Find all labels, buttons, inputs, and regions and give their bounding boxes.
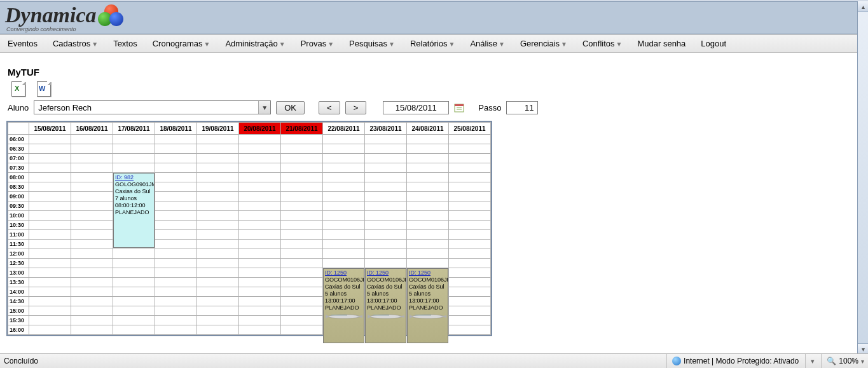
menu-item-logout[interactable]: Logout	[697, 37, 730, 50]
menu-item-administração[interactable]: Administração▼	[221, 37, 289, 50]
schedule-cell[interactable]	[29, 144, 71, 154]
schedule-cell[interactable]	[155, 201, 197, 211]
schedule-cell[interactable]	[197, 163, 239, 173]
schedule-cell[interactable]	[407, 173, 449, 182]
schedule-cell[interactable]	[155, 182, 197, 192]
schedule-cell[interactable]: ID: 982GOLOG0901JMSCaxias do Sul7 alunos…	[113, 173, 155, 182]
schedule-cell[interactable]	[449, 249, 491, 259]
schedule-cell[interactable]	[197, 211, 239, 221]
schedule-cell[interactable]	[113, 135, 155, 144]
schedule-cell[interactable]	[29, 173, 71, 182]
schedule-cell[interactable]	[155, 268, 197, 278]
schedule-cell[interactable]	[239, 221, 281, 230]
schedule-cell[interactable]	[155, 278, 197, 287]
schedule-cell[interactable]	[449, 135, 491, 144]
schedule-cell[interactable]	[323, 201, 365, 211]
schedule-cell[interactable]	[239, 192, 281, 201]
schedule-cell[interactable]	[71, 297, 113, 306]
schedule-cell[interactable]	[113, 287, 155, 297]
schedule-cell[interactable]	[155, 316, 197, 325]
schedule-cell[interactable]	[29, 268, 71, 278]
schedule-cell[interactable]	[197, 192, 239, 201]
schedule-cell[interactable]	[239, 201, 281, 211]
schedule-cell[interactable]	[281, 240, 323, 249]
schedule-cell[interactable]	[407, 211, 449, 221]
aluno-select-value[interactable]	[34, 101, 258, 114]
menu-item-conflitos[interactable]: Conflitos▼	[579, 37, 626, 50]
schedule-cell[interactable]	[449, 240, 491, 249]
schedule-cell[interactable]	[155, 163, 197, 173]
schedule-event[interactable]: ID: 1250GOCOM0106JMSCaxias do Sul5 aluno…	[407, 268, 448, 343]
schedule-cell[interactable]	[197, 249, 239, 259]
schedule-cell[interactable]	[113, 154, 155, 163]
schedule-cell[interactable]	[365, 182, 407, 192]
schedule-cell[interactable]	[449, 297, 491, 306]
schedule-cell[interactable]	[323, 240, 365, 249]
schedule-cell[interactable]	[449, 325, 491, 335]
schedule-cell[interactable]	[323, 221, 365, 230]
schedule-cell[interactable]	[449, 259, 491, 268]
schedule-cell[interactable]	[281, 154, 323, 163]
schedule-cell[interactable]	[281, 221, 323, 230]
schedule-cell[interactable]	[407, 249, 449, 259]
schedule-cell[interactable]	[281, 230, 323, 240]
schedule-cell[interactable]	[449, 192, 491, 201]
schedule-cell[interactable]	[113, 163, 155, 173]
schedule-cell[interactable]	[323, 192, 365, 201]
schedule-cell[interactable]	[29, 163, 71, 173]
schedule-cell[interactable]	[365, 259, 407, 268]
schedule-cell[interactable]	[113, 325, 155, 335]
menu-item-provas[interactable]: Provas▼	[297, 37, 338, 50]
schedule-cell[interactable]	[29, 135, 71, 144]
schedule-cell[interactable]	[29, 182, 71, 192]
schedule-cell[interactable]	[281, 316, 323, 325]
schedule-cell[interactable]	[323, 144, 365, 154]
schedule-cell[interactable]	[29, 230, 71, 240]
schedule-cell[interactable]	[407, 240, 449, 249]
schedule-cell[interactable]	[155, 306, 197, 316]
schedule-cell[interactable]	[197, 306, 239, 316]
export-word-icon[interactable]	[37, 81, 51, 97]
schedule-cell[interactable]	[449, 316, 491, 325]
date-input[interactable]	[383, 101, 449, 114]
schedule-cell[interactable]	[239, 306, 281, 316]
schedule-cell[interactable]	[113, 144, 155, 154]
schedule-cell[interactable]	[29, 221, 71, 230]
schedule-cell[interactable]	[197, 135, 239, 144]
schedule-cell[interactable]	[449, 182, 491, 192]
schedule-cell[interactable]	[197, 268, 239, 278]
next-button[interactable]: >	[345, 101, 367, 114]
schedule-cell[interactable]	[407, 192, 449, 201]
schedule-event[interactable]: ID: 982GOLOG0901JMSCaxias do Sul7 alunos…	[113, 173, 155, 248]
schedule-cell[interactable]	[449, 201, 491, 211]
schedule-cell[interactable]	[323, 259, 365, 268]
schedule-cell[interactable]	[155, 259, 197, 268]
schedule-cell[interactable]	[71, 259, 113, 268]
export-excel-icon[interactable]	[11, 81, 25, 97]
schedule-cell[interactable]	[155, 249, 197, 259]
schedule-cell[interactable]	[113, 297, 155, 306]
schedule-cell[interactable]	[281, 278, 323, 287]
schedule-cell[interactable]	[407, 163, 449, 173]
schedule-cell[interactable]	[239, 259, 281, 268]
schedule-cell[interactable]	[113, 268, 155, 278]
schedule-cell[interactable]	[155, 135, 197, 144]
schedule-cell[interactable]	[281, 306, 323, 316]
event-id-link[interactable]: ID: 1250	[409, 269, 431, 276]
schedule-cell[interactable]	[281, 287, 323, 297]
schedule-cell[interactable]	[71, 182, 113, 192]
schedule-cell[interactable]	[239, 325, 281, 335]
menu-item-gerenciais[interactable]: Gerenciais▼	[516, 37, 571, 50]
schedule-cell[interactable]	[281, 144, 323, 154]
schedule-cell[interactable]	[71, 135, 113, 144]
schedule-cell[interactable]	[29, 259, 71, 268]
schedule-cell[interactable]	[239, 278, 281, 287]
schedule-cell[interactable]	[197, 316, 239, 325]
schedule-cell[interactable]	[323, 230, 365, 240]
schedule-cell[interactable]	[155, 173, 197, 182]
schedule-cell[interactable]	[449, 278, 491, 287]
chevron-down-icon[interactable]: ▼	[258, 101, 270, 114]
schedule-cell[interactable]	[281, 192, 323, 201]
schedule-cell[interactable]	[71, 163, 113, 173]
event-id-link[interactable]: ID: 982	[115, 174, 134, 181]
